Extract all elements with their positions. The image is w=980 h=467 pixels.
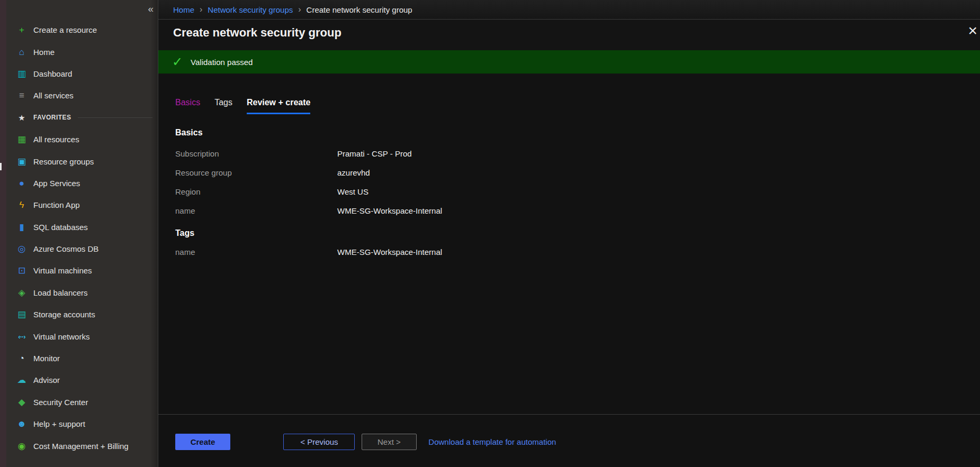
breadcrumb-home-link[interactable]: Home: [173, 5, 194, 14]
storage-accounts-icon: ▤: [16, 310, 28, 319]
summary-row: Subscription Pramati - CSP - Prod: [175, 144, 980, 163]
collapse-sidebar-icon[interactable]: «: [148, 3, 154, 15]
edge-indicator: [0, 163, 2, 170]
summary-row: name WME-SG-Workspace-Internal: [175, 242, 980, 261]
sidebar-item-storage-accounts[interactable]: ▤ Storage accounts: [6, 304, 158, 325]
row-value: West US: [337, 187, 368, 196]
create-nsg-blade: Home › Network security groups › Create …: [158, 0, 980, 467]
sidebar-item-label: Storage accounts: [33, 310, 95, 319]
sidebar-item-label: Create a resource: [33, 25, 97, 34]
blade-header: Create network security group ×: [158, 20, 980, 50]
sidebar-item-label: Cost Management + Billing: [33, 442, 129, 451]
sidebar-item-home[interactable]: ⌂ Home: [6, 41, 158, 62]
sidebar-item-azure-cosmos-db[interactable]: ◎ Azure Cosmos DB: [6, 238, 158, 260]
row-value: WME-SG-Workspace-Internal: [337, 206, 442, 215]
sidebar: « + Create a resource ⌂ Home ▥ Dashboard…: [6, 0, 158, 467]
row-value: azurevhd: [337, 168, 370, 177]
sidebar-item-label: Home: [33, 48, 55, 57]
sidebar-item-dashboard[interactable]: ▥ Dashboard: [6, 63, 158, 85]
sidebar-item-security-center[interactable]: ◆ Security Center: [6, 391, 158, 413]
tab-bar: Basics Tags Review + create: [175, 98, 980, 114]
validation-banner: ✓ Validation passed: [158, 50, 980, 74]
summary-row: Region West US: [175, 182, 980, 201]
sidebar-item-label: Monitor: [33, 354, 60, 363]
sidebar-item-load-balancers[interactable]: ◈ Load balancers: [6, 282, 158, 304]
validation-message: Validation passed: [191, 58, 253, 67]
tags-summary: name WME-SG-Workspace-Internal: [175, 242, 980, 261]
next-button[interactable]: Next >: [362, 434, 417, 450]
basics-summary: Subscription Pramati - CSP - Prod Resour…: [175, 144, 980, 220]
row-label: Resource group: [175, 168, 337, 177]
cost-management-icon: ◉: [16, 442, 28, 451]
plus-icon: +: [16, 25, 28, 34]
advisor-icon: ☁: [16, 376, 28, 384]
sidebar-item-label: Dashboard: [33, 69, 72, 78]
dashboard-icon: ▥: [16, 69, 28, 78]
sidebar-item-advisor[interactable]: ☁ Advisor: [6, 369, 158, 391]
sidebar-item-label: Help + support: [33, 419, 85, 428]
sidebar-item-resource-groups[interactable]: ▣ Resource groups: [6, 150, 158, 172]
sidebar-item-all-resources[interactable]: ▦ All resources: [6, 129, 158, 150]
favorites-divider: [78, 117, 152, 118]
row-label: name: [175, 206, 337, 215]
breadcrumb: Home › Network security groups › Create …: [158, 0, 980, 20]
sidebar-item-virtual-networks[interactable]: ‹··› Virtual networks: [6, 325, 158, 347]
row-label: Subscription: [175, 149, 337, 158]
create-button[interactable]: Create: [175, 434, 230, 450]
virtual-machines-icon: ⊡: [16, 266, 28, 275]
blade-footer: Create < Previous Next > Download a temp…: [158, 414, 980, 467]
favorites-header: ★ FAVORITES: [6, 107, 158, 129]
sidebar-item-virtual-machines[interactable]: ⊡ Virtual machines: [6, 260, 158, 281]
sidebar-item-label: App Services: [33, 179, 80, 188]
sidebar-item-label: All services: [33, 91, 74, 100]
azure-portal-window: « + Create a resource ⌂ Home ▥ Dashboard…: [0, 0, 980, 467]
row-value: WME-SG-Workspace-Internal: [337, 248, 442, 257]
sidebar-item-create-a-resource[interactable]: + Create a resource: [6, 19, 158, 41]
sidebar-item-label: Resource groups: [33, 157, 94, 166]
close-icon[interactable]: ×: [968, 21, 977, 40]
download-template-link[interactable]: Download a template for automation: [428, 434, 556, 450]
row-label: Region: [175, 187, 337, 196]
tab-review-create[interactable]: Review + create: [247, 98, 311, 114]
load-balancers-icon: ◈: [16, 288, 28, 297]
sidebar-item-label: Virtual networks: [33, 332, 89, 341]
security-center-icon: ◆: [16, 398, 28, 407]
sidebar-item-monitor[interactable]: ◔ Monitor: [6, 347, 158, 369]
sidebar-item-function-app[interactable]: ϟ Function App: [6, 194, 158, 216]
sidebar-item-label: Load balancers: [33, 288, 88, 297]
tab-label: Review + create: [247, 98, 311, 107]
sidebar-item-list: + Create a resource ⌂ Home ▥ Dashboard ≡…: [6, 19, 158, 457]
sidebar-item-label: Security Center: [33, 398, 88, 407]
breadcrumb-current-page: Create network security group: [307, 5, 412, 14]
favorites-label: FAVORITES: [33, 114, 71, 121]
row-value: Pramati - CSP - Prod: [337, 149, 412, 158]
sidebar-item-all-services[interactable]: ≡ All services: [6, 85, 158, 106]
virtual-networks-icon: ‹··›: [16, 333, 28, 340]
tab-basics[interactable]: Basics: [175, 98, 200, 114]
sidebar-item-help-support[interactable]: ☻ Help + support: [6, 413, 158, 435]
breadcrumb-network-security-groups-link[interactable]: Network security groups: [208, 5, 293, 14]
screen-edge-strip: [0, 0, 6, 467]
sidebar-item-app-services[interactable]: ● App Services: [6, 172, 158, 194]
sidebar-item-label: Azure Cosmos DB: [33, 244, 98, 253]
home-icon: ⌂: [16, 48, 28, 57]
summary-row: Resource group azurevhd: [175, 163, 980, 182]
section-heading-tags: Tags: [175, 228, 980, 238]
function-app-icon: ϟ: [16, 200, 28, 209]
star-icon: ★: [16, 114, 28, 122]
sidebar-item-cost-management-billing[interactable]: ◉ Cost Management + Billing: [6, 435, 158, 456]
cosmos-db-icon: ◎: [16, 244, 28, 253]
sql-databases-icon: ▮: [16, 223, 28, 232]
monitor-icon: ◔: [16, 354, 28, 363]
sidebar-item-label: All resources: [33, 135, 79, 144]
tab-tags[interactable]: Tags: [214, 98, 232, 114]
sidebar-item-label: SQL databases: [33, 223, 88, 232]
sidebar-item-sql-databases[interactable]: ▮ SQL databases: [6, 216, 158, 238]
review-create-content: Basics Tags Review + create Basics Subsc…: [158, 74, 980, 261]
all-services-icon: ≡: [16, 91, 28, 100]
previous-button[interactable]: < Previous: [283, 434, 355, 450]
app-services-icon: ●: [16, 179, 28, 188]
sidebar-item-label: Advisor: [33, 376, 60, 384]
page-title: Create network security group: [158, 20, 980, 40]
row-label: name: [175, 248, 337, 257]
